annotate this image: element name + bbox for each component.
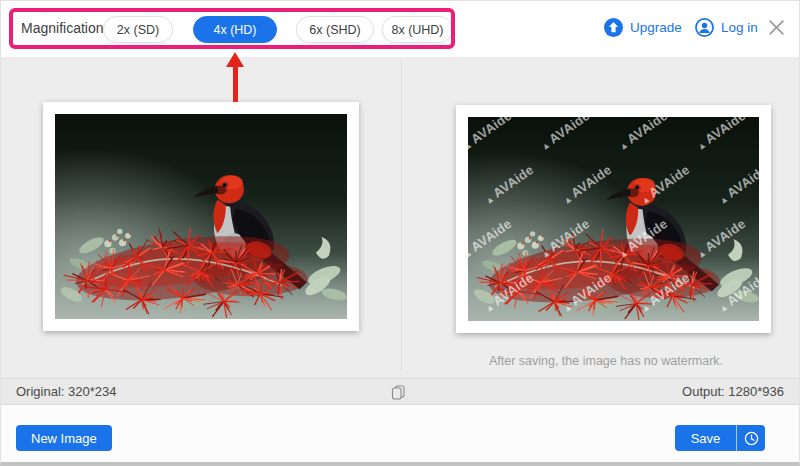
upgrade-button[interactable]: Upgrade <box>604 16 682 38</box>
compare-toggle[interactable] <box>391 385 406 403</box>
magnification-option-8x[interactable]: 8x (UHD) <box>382 16 453 43</box>
magnification-option-2x[interactable]: 2x (SD) <box>103 16 173 43</box>
close-button[interactable] <box>765 16 787 38</box>
login-button[interactable]: Log in <box>695 16 758 38</box>
upgrade-label: Upgrade <box>630 20 682 35</box>
bird-photo <box>55 114 347 319</box>
magnification-option-4x[interactable]: 4x (HD) <box>193 16 277 43</box>
original-image-card <box>43 102 359 331</box>
save-split-button: Save <box>675 425 765 451</box>
save-button[interactable]: Save <box>675 425 736 451</box>
new-image-button[interactable]: New Image <box>16 425 112 451</box>
original-image <box>55 114 347 319</box>
bird-photo <box>468 117 759 321</box>
output-image-card: ▲AVAide▲AVAide▲AVAide▲AVAide▲AVAide▲AVAi… <box>456 105 771 333</box>
login-label: Log in <box>721 20 758 35</box>
close-icon <box>768 19 785 36</box>
output-image <box>468 117 759 321</box>
save-history-button[interactable] <box>737 425 765 451</box>
status-bar: Original: 320*234 Output: 1280*936 <box>1 378 799 405</box>
preview-area: ▲AVAide▲AVAide▲AVAide▲AVAide▲AVAide▲AVAi… <box>1 57 799 378</box>
watermark-note: After saving, the image has no watermark… <box>421 354 791 368</box>
footer-bar: New Image Save <box>1 405 799 463</box>
header-bar: Magnification: 2x (SD) 4x (HD) 6x (SHD) … <box>1 1 799 57</box>
original-size-label: Original: 320*234 <box>16 384 116 399</box>
arrow-up-circle-icon <box>604 18 623 37</box>
upscaler-dialog: Magnification: 2x (SD) 4x (HD) 6x (SHD) … <box>0 0 800 466</box>
person-circle-icon <box>695 18 714 37</box>
overlap-squares-icon <box>391 385 406 400</box>
magnification-label: Magnification: <box>21 20 107 36</box>
output-size-label: Output: 1280*936 <box>682 384 784 399</box>
panel-divider <box>401 61 402 371</box>
clock-icon <box>744 431 759 446</box>
magnification-option-6x[interactable]: 6x (SHD) <box>296 16 374 43</box>
